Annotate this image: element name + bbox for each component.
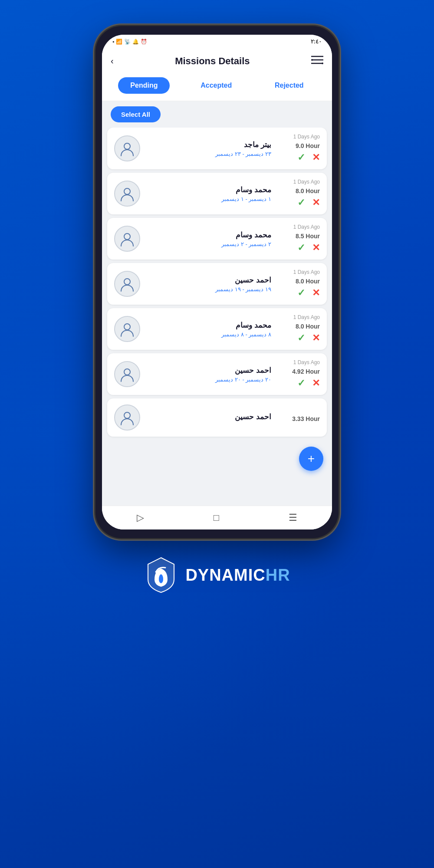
mission-info-2: محمد وسام ١ ديسمبر - ١ ديسمبر <box>145 185 271 202</box>
tab-bar: Pending Accepted Rejected <box>102 74 332 101</box>
svg-point-7 <box>124 233 130 240</box>
clock-icon: ⏰ <box>141 39 147 45</box>
select-all-bar: Select All <box>102 101 332 128</box>
accept-button-1[interactable]: ✓ <box>297 152 305 163</box>
brand-logo-icon <box>144 556 178 595</box>
select-all-button[interactable]: Select All <box>111 106 161 122</box>
accept-button-4[interactable]: ✓ <box>297 287 305 299</box>
app-content: ‹ Missions Details Pending Accepted Reje… <box>102 48 332 529</box>
status-time: ٢:٤٠ <box>311 38 322 45</box>
mission-list-wrapper: بيتر ماجد ٢٣ ديسمبر - ٢٣ ديسمبر 1 Days A… <box>102 128 332 506</box>
mission-meta-3: 1 Days Ago 8.5 Hour ✓ ✕ <box>276 224 320 253</box>
time-ago-3: 1 Days Ago <box>293 224 320 230</box>
mission-info-4: احمد حسين ١٩ ديسمبر - ١٩ ديسمبر <box>145 276 271 293</box>
fab-button[interactable]: + <box>299 447 323 471</box>
phone-screen: ▪️ 📶 📡 🔔 ⏰ ٢:٤٠ ‹ Missions Details <box>102 35 332 529</box>
app-header: ‹ Missions Details <box>102 48 332 74</box>
avatar-5 <box>114 316 140 342</box>
mission-card-4: احمد حسين ١٩ ديسمبر - ١٩ ديسمبر 1 Days A… <box>107 263 327 305</box>
mission-date-3: ٢ ديسمبر - ٢ ديسمبر <box>145 241 271 247</box>
avatar-3 <box>114 226 140 252</box>
mission-actions-1: ✓ ✕ <box>297 152 320 163</box>
notification-icon: 🔔 <box>132 39 139 45</box>
reject-button-1[interactable]: ✕ <box>312 152 320 163</box>
mission-meta-1: 1 Days Ago 9.0 Hour ✓ ✕ <box>276 134 320 163</box>
mission-info-5: محمد وسام ٨ ديسمبر - ٨ ديسمبر <box>145 321 271 338</box>
phone-frame: ▪️ 📶 📡 🔔 ⏰ ٢:٤٠ ‹ Missions Details <box>95 26 339 538</box>
mission-date-1: ٢٣ ديسمبر - ٢٣ ديسمبر <box>145 151 271 157</box>
svg-point-8 <box>124 279 130 285</box>
tab-accepted[interactable]: Accepted <box>188 77 244 94</box>
mission-meta-5: 1 Days Ago 8.0 Hour ✓ ✕ <box>276 314 320 344</box>
mission-info-7: احمد حسين <box>145 412 271 423</box>
mission-name-2: محمد وسام <box>145 185 271 194</box>
tab-rejected[interactable]: Rejected <box>263 77 316 94</box>
reject-button-3[interactable]: ✕ <box>312 242 320 253</box>
reject-button-4[interactable]: ✕ <box>312 287 320 299</box>
hours-3: 8.5 Hour <box>296 233 320 240</box>
back-button[interactable]: ‹ <box>111 56 114 66</box>
status-icons: ▪️ 📶 📡 🔔 ⏰ <box>112 39 147 45</box>
mission-date-2: ١ ديسمبر - ١ ديسمبر <box>145 196 271 202</box>
page-title: Missions Details <box>175 56 250 67</box>
mission-meta-2: 1 Days Ago 8.0 Hour ✓ ✕ <box>276 179 320 208</box>
avatar-4 <box>114 271 140 297</box>
reject-button-6[interactable]: ✕ <box>312 378 320 389</box>
mission-actions-5: ✓ ✕ <box>297 332 320 344</box>
filter-button[interactable] <box>311 55 323 67</box>
mission-info-1: بيتر ماجد ٢٣ ديسمبر - ٢٣ ديسمبر <box>145 140 271 157</box>
mission-name-4: احمد حسين <box>145 276 271 285</box>
svg-point-4 <box>322 62 323 64</box>
hours-4: 8.0 Hour <box>296 278 320 285</box>
svg-point-10 <box>124 369 130 375</box>
mission-card-5: محمد وسام ٨ ديسمبر - ٨ ديسمبر 1 Days Ago… <box>107 308 327 350</box>
hours-5: 8.0 Hour <box>296 323 320 330</box>
svg-point-6 <box>124 188 130 194</box>
mission-actions-2: ✓ ✕ <box>297 197 320 208</box>
accept-button-6[interactable]: ✓ <box>297 378 305 389</box>
mission-name-3: محمد وسام <box>145 230 271 240</box>
reject-button-5[interactable]: ✕ <box>312 332 320 344</box>
mission-list: بيتر ماجد ٢٣ ديسمبر - ٢٣ ديسمبر 1 Days A… <box>102 128 332 506</box>
mission-meta-4: 1 Days Ago 8.0 Hour ✓ ✕ <box>276 269 320 299</box>
bottom-nav-home[interactable]: □ <box>214 512 219 523</box>
mission-date-6: ٢٠ ديسمبر - ٢٠ ديسمبر <box>145 376 271 383</box>
mission-meta-7: 3.33 Hour <box>276 413 320 422</box>
avatar-2 <box>114 181 140 207</box>
mission-actions-6: ✓ ✕ <box>297 378 320 389</box>
tab-pending[interactable]: Pending <box>118 77 170 94</box>
mission-card-1: بيتر ماجد ٢٣ ديسمبر - ٢٣ ديسمبر 1 Days A… <box>107 128 327 169</box>
accept-button-5[interactable]: ✓ <box>297 332 305 344</box>
mission-card-3: محمد وسام ٢ ديسمبر - ٢ ديسمبر 1 Days Ago… <box>107 218 327 260</box>
svg-point-5 <box>124 143 130 149</box>
reject-button-2[interactable]: ✕ <box>312 197 320 208</box>
brand-footer: DYNAMICHR <box>144 556 290 595</box>
signal-icon: 📶 <box>116 39 122 45</box>
status-bar: ▪️ 📶 📡 🔔 ⏰ ٢:٤٠ <box>102 35 332 48</box>
hours-2: 8.0 Hour <box>296 187 320 194</box>
brand-dynamic: DYNAMIC <box>185 566 265 584</box>
accept-button-2[interactable]: ✓ <box>297 197 305 208</box>
svg-point-11 <box>124 412 130 418</box>
brand-name: DYNAMICHR <box>185 566 290 585</box>
mission-actions-3: ✓ ✕ <box>297 242 320 253</box>
bottom-nav-menu[interactable]: ☰ <box>289 512 297 523</box>
mission-name-6: احمد حسين <box>145 366 271 375</box>
mission-name-5: محمد وسام <box>145 321 271 330</box>
avatar-1 <box>114 135 140 161</box>
hours-1: 9.0 Hour <box>296 142 320 149</box>
mission-date-4: ١٩ ديسمبر - ١٩ ديسمبر <box>145 286 271 293</box>
battery-icon: ▪️ <box>112 39 114 45</box>
mission-info-6: احمد حسين ٢٠ ديسمبر - ٢٠ ديسمبر <box>145 366 271 383</box>
mission-card-7: احمد حسين 3.33 Hour <box>107 398 327 437</box>
mission-name-1: بيتر ماجد <box>145 140 271 149</box>
time-ago-6: 1 Days Ago <box>293 359 320 365</box>
mission-card-2: محمد وسام ١ ديسمبر - ١ ديسمبر 1 Days Ago… <box>107 173 327 214</box>
time-ago-4: 1 Days Ago <box>293 269 320 275</box>
mission-name-7: احمد حسين <box>145 412 271 421</box>
bottom-nav-play[interactable]: ▷ <box>137 512 144 523</box>
time-ago-5: 1 Days Ago <box>293 314 320 320</box>
time-ago-2: 1 Days Ago <box>293 179 320 185</box>
hours-7: 3.33 Hour <box>292 415 320 422</box>
accept-button-3[interactable]: ✓ <box>297 242 305 253</box>
